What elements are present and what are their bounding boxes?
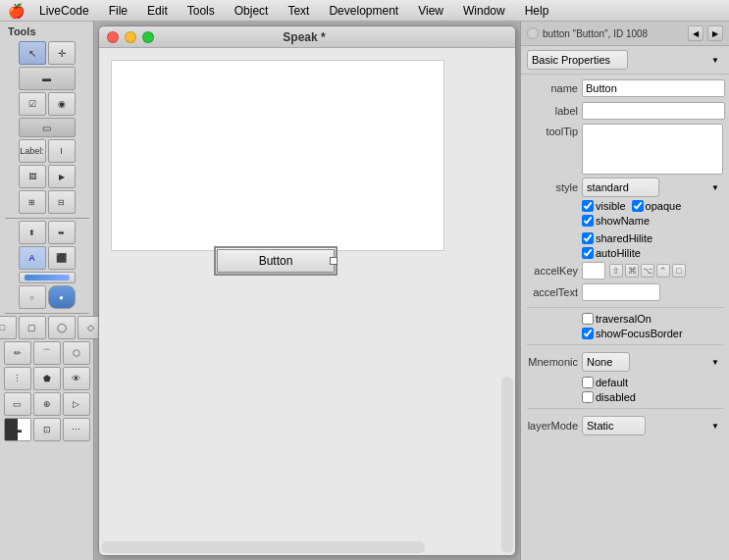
tool-pencil[interactable]: ✏ [4, 341, 31, 365]
tool-btn1[interactable]: ▭ [19, 118, 76, 137]
tool-shape1[interactable]: ▬ [19, 67, 76, 90]
style-arrow-icon: ▼ [711, 183, 719, 192]
tool-eye[interactable]: 👁 [63, 367, 90, 390]
tool-scrollh[interactable]: ⬌ [48, 221, 76, 244]
tool-input[interactable]: I [48, 139, 76, 163]
tool-palette1[interactable]: ▬ [4, 418, 31, 441]
disabled-checkbox[interactable] [582, 391, 594, 403]
tool-eraser[interactable]: ▭ [4, 392, 31, 416]
tools-row-7: ⊞ ⊟ [19, 190, 76, 214]
tool-rect[interactable]: □ [0, 316, 17, 339]
button-widget[interactable]: Button [217, 249, 335, 273]
autohilite-checkbox[interactable] [582, 247, 594, 259]
checkbox-opaque: opaque [632, 200, 682, 212]
style-select[interactable]: standardtransparentopaquerectangleshadow… [582, 178, 659, 197]
vertical-scrollbar[interactable] [501, 377, 513, 553]
checkbox-sharedhilite: sharedHilite [582, 232, 652, 244]
menu-edit[interactable]: Edit [139, 2, 176, 20]
mnemonic-select[interactable]: None [582, 352, 630, 372]
menu-text[interactable]: Text [280, 2, 317, 20]
tool-lasso[interactable]: ⌒ [33, 341, 61, 365]
props-fwd-btn[interactable]: ▶ [707, 25, 723, 41]
tool-palette2[interactable]: ⊡ [33, 418, 61, 441]
tool-radio[interactable]: ◉ [48, 92, 76, 116]
props-back-btn[interactable]: ◀ [688, 25, 703, 41]
horizontal-scrollbar[interactable] [101, 541, 425, 553]
layermode-select-wrapper: Static Dynamic Scrolling ▼ [582, 416, 723, 435]
tool-oval[interactable]: ◯ [48, 316, 76, 339]
tool-move[interactable]: ⊕ [33, 392, 61, 416]
tool-btn-a[interactable]: A [19, 246, 46, 270]
tool-bar[interactable] [19, 272, 76, 283]
checkbox-disabled: disabled [582, 391, 636, 403]
visible-checkbox[interactable] [582, 200, 594, 212]
sharedhilite-checkbox[interactable] [582, 232, 594, 244]
section-divider-2 [527, 344, 723, 345]
accel-opt-icon: ⌥ [641, 264, 654, 278]
tool-poly[interactable]: ⬡ [63, 341, 90, 365]
tool-circle[interactable]: ○ [19, 285, 46, 309]
menu-tools[interactable]: Tools [180, 2, 223, 20]
menu-window[interactable]: Window [455, 2, 513, 20]
prop-row-acceltext: accelText [527, 282, 723, 302]
tool-pointer[interactable]: ↖ [19, 41, 46, 65]
tool-player[interactable]: ▶ [48, 165, 76, 188]
accelkey-input[interactable] [582, 262, 605, 280]
showfocus-checkbox[interactable] [582, 328, 594, 339]
tool-label[interactable]: Label: [19, 139, 46, 163]
basic-properties-select[interactable]: Basic Properties [527, 50, 628, 70]
showfocus-row: showFocusBorder [527, 328, 723, 339]
tools-row-13: ✏ ⌒ ⬡ [4, 341, 90, 365]
props-window-btn[interactable] [527, 27, 539, 39]
prop-tooltip-input[interactable] [582, 124, 723, 175]
props-title: button "Button", ID 1008 [543, 28, 684, 39]
tool-crosshair[interactable]: ✛ [48, 41, 76, 65]
tool-fill[interactable]: ⬟ [33, 367, 61, 390]
tool-scroll[interactable]: ⬍ [19, 221, 46, 244]
prop-tooltip-label: toolTip [527, 124, 578, 137]
tool-capsule[interactable]: ● [48, 285, 76, 309]
showname-checkbox[interactable] [582, 215, 594, 227]
apple-menu[interactable]: 🍎 [8, 3, 24, 19]
prop-row-style: style standardtransparentopaquerectangle… [527, 178, 723, 197]
traversal-checkbox[interactable] [582, 313, 594, 325]
disabled-label: disabled [596, 391, 636, 403]
tool-grid1[interactable]: ⊞ [19, 190, 46, 214]
tool-play[interactable]: ▷ [63, 392, 90, 416]
traversal-row: traversalOn [527, 313, 723, 325]
menu-view[interactable]: View [410, 2, 451, 20]
tools-row-4: ▭ [19, 118, 76, 137]
prop-label-input[interactable] [582, 102, 725, 120]
prop-name-input[interactable] [582, 79, 725, 97]
menu-development[interactable]: Development [321, 2, 406, 20]
checkbox-showname: showName [582, 215, 650, 227]
acceltext-input[interactable] [582, 283, 660, 301]
prop-row-name: name [527, 78, 723, 98]
menu-file[interactable]: File [101, 2, 135, 20]
default-checkbox[interactable] [582, 377, 594, 388]
apple-icon: 🍎 [8, 3, 25, 19]
tools-row-3: ☑ ◉ [19, 92, 76, 116]
tools-row-15: ▭ ⊕ ▷ [4, 392, 90, 416]
tool-btn-b[interactable]: ⬛ [48, 246, 76, 270]
layermode-select[interactable]: Static Dynamic Scrolling [582, 416, 646, 435]
opaque-checkbox[interactable] [632, 200, 644, 212]
accel-ctrl-icon: ⌃ [656, 264, 670, 278]
tool-palette3[interactable]: ⋯ [63, 418, 90, 441]
layermode-label: layerMode [527, 420, 578, 432]
tool-grid2[interactable]: ⊟ [48, 190, 76, 214]
prop-row-tooltip: toolTip [527, 124, 723, 175]
menu-object[interactable]: Object [227, 2, 277, 20]
accel-key-row: accelKey ⇧ ⌘ ⌥ ⌃ □ [527, 262, 723, 280]
tool-img[interactable]: 🖼 [19, 165, 46, 188]
prop-row-label: label [527, 101, 723, 121]
tool-checkbox[interactable]: ☑ [19, 92, 46, 116]
menu-help[interactable]: Help [517, 2, 557, 20]
tool-roundrect[interactable]: ▢ [19, 316, 46, 339]
menu-livecode[interactable]: LiveCode [31, 2, 97, 20]
tool-spray[interactable]: ⋮ [4, 367, 31, 390]
button-label: Button [259, 254, 293, 268]
basic-properties-select-wrapper: Basic Properties ▼ [527, 50, 723, 70]
resize-handle[interactable] [330, 257, 338, 265]
center-area: Speak * Button [94, 22, 520, 560]
